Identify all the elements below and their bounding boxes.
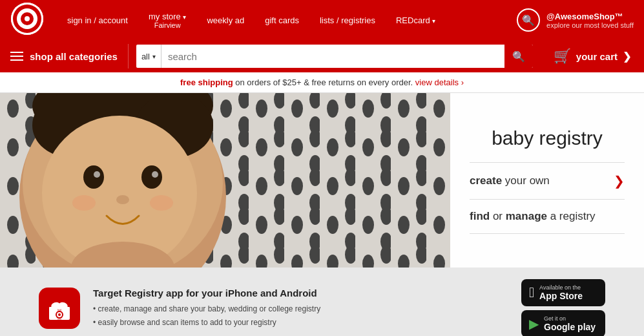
app-store-text: Available on the App Store — [539, 284, 583, 301]
cart-label: your cart — [576, 51, 618, 62]
find-suffix: a registry — [547, 210, 596, 222]
find-registry-label: find or manage a registry — [470, 210, 596, 223]
app-text-area: Target Registry app for your iPhone and … — [93, 288, 508, 329]
svg-point-34 — [58, 313, 61, 316]
shipping-bold: free shipping — [180, 78, 233, 87]
dropdown-icon: ▾ — [183, 14, 186, 21]
shop-all-label: shop all categories — [30, 51, 118, 62]
hero-image — [0, 93, 450, 268]
svg-point-20 — [152, 171, 158, 178]
redcard-dropdown-icon: ▾ — [432, 17, 435, 25]
app-bullet-2: • easily browse and scan items to add to… — [93, 316, 508, 329]
svg-point-18 — [141, 165, 162, 189]
cart-area[interactable]: 🛒 your cart ❯ — [541, 48, 644, 65]
cart-chevron-icon: ❯ — [623, 50, 631, 63]
my-store-link[interactable]: my store ▾ Fairview — [138, 12, 196, 29]
search-filter-dropdown[interactable]: all ▾ — [136, 45, 161, 68]
registry-title: baby registry — [470, 127, 625, 149]
top-nav: sign in / account my store ▾ Fairview we… — [0, 0, 644, 40]
create-registry-btn[interactable]: create your own ❯ — [470, 162, 625, 199]
svg-point-31 — [57, 304, 62, 310]
gift-cards-link[interactable]: gift cards — [254, 16, 309, 25]
registry-panel: baby registry create your own ❯ find or … — [450, 93, 644, 268]
account-sub: explore our most loved stuff — [546, 21, 634, 29]
manage-bold: manage — [506, 210, 547, 222]
app-store-big: App Store — [539, 291, 583, 301]
search-circle-icon: 🔍 — [517, 8, 540, 32]
create-bold: create — [470, 174, 502, 187]
hero-section: baby registry create your own ❯ find or … — [0, 93, 644, 268]
filter-chevron-icon: ▾ — [152, 53, 156, 60]
svg-point-22 — [72, 195, 96, 211]
shipping-text: on orders of $25+ & free returns on ever… — [235, 78, 415, 87]
weekly-ad-link[interactable]: weekly ad — [196, 16, 254, 25]
account-area[interactable]: 🔍 @AwesomeShop™ explore our most loved s… — [517, 8, 634, 32]
create-registry-label: create your own — [470, 174, 550, 187]
account-info: @AwesomeShop™ explore our most loved stu… — [546, 12, 634, 29]
find-registry-btn[interactable]: find or manage a registry — [470, 199, 625, 234]
app-store-buttons:  Available on the App Store ▶ Get it on… — [521, 279, 605, 336]
shipping-link[interactable]: view details › — [415, 78, 464, 87]
find-mid: or — [490, 210, 506, 222]
account-handle: @AwesomeShop™ — [546, 12, 634, 21]
cart-icon: 🛒 — [554, 48, 571, 65]
baby-image — [0, 93, 271, 268]
search-input[interactable] — [161, 51, 504, 62]
search-bar-row: shop all categories all ▾ 🔍 🛒 your cart … — [0, 40, 644, 72]
svg-point-6 — [25, 16, 30, 21]
app-store-small: Available on the — [539, 284, 583, 291]
shop-all-btn[interactable]: shop all categories — [0, 44, 129, 68]
hamburger-icon — [10, 52, 23, 61]
svg-point-19 — [94, 171, 100, 178]
app-bullet-1: • create, manage and share your baby, we… — [93, 302, 508, 315]
create-suffix: your own — [502, 174, 550, 187]
app-section: Target Registry app for your iPhone and … — [0, 268, 644, 336]
app-store-btn[interactable]:  Available on the App Store — [521, 279, 605, 306]
svg-point-23 — [150, 195, 173, 211]
redcard-link[interactable]: REDcard ▾ — [386, 16, 446, 25]
app-icon-wrap — [39, 288, 80, 329]
google-play-small: Get it on — [544, 315, 596, 322]
apple-icon:  — [529, 286, 534, 300]
create-chevron-icon: ❯ — [614, 173, 625, 189]
google-play-big: Google play — [544, 322, 596, 332]
find-bold: find — [470, 210, 490, 222]
target-logo[interactable] — [10, 2, 44, 38]
svg-point-21 — [116, 195, 129, 204]
app-title: Target Registry app for your iPhone and … — [93, 288, 508, 299]
store-name: Fairview — [149, 21, 186, 29]
svg-point-17 — [83, 165, 104, 189]
nav-links: sign in / account my store ▾ Fairview we… — [57, 12, 517, 29]
google-play-icon: ▶ — [529, 317, 539, 330]
shipping-bar: free shipping on orders of $25+ & free r… — [0, 72, 644, 93]
google-play-btn[interactable]: ▶ Get it on Google play — [521, 310, 605, 336]
google-play-text: Get it on Google play — [544, 315, 596, 332]
sign-in-link[interactable]: sign in / account — [57, 16, 138, 25]
search-submit-button[interactable]: 🔍 — [504, 45, 533, 68]
lists-registries-link[interactable]: lists / registries — [309, 16, 386, 25]
search-container: all ▾ 🔍 — [136, 45, 533, 68]
